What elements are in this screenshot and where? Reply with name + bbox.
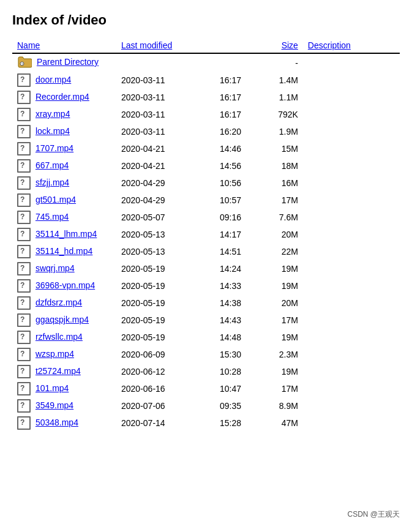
file-link[interactable]: xray.mp4 xyxy=(36,109,70,119)
file-time: 10:28 xyxy=(215,363,272,380)
table-row: ? dzfdsrz.mp4 2020-05-19 14:38 20M xyxy=(12,294,400,312)
file-desc xyxy=(303,260,400,277)
file-icon: ? xyxy=(17,73,31,87)
col-header-description[interactable]: Description xyxy=(303,38,400,53)
file-link[interactable]: lock.mp4 xyxy=(36,126,70,136)
file-date: 2020-05-19 xyxy=(116,312,215,329)
folder-icon: ? xyxy=(17,56,32,70)
file-icon: ? xyxy=(17,211,31,224)
file-name-cell[interactable]: ? 3549.mp4 xyxy=(12,397,116,414)
file-name-cell[interactable]: ? 101.mp4 xyxy=(12,380,116,397)
file-time: 10:57 xyxy=(215,192,272,209)
file-desc xyxy=(303,243,400,260)
file-name-cell[interactable]: ? 50348.mp4 xyxy=(12,414,116,432)
table-row: ? sfzjj.mp4 2020-04-29 10:56 16M xyxy=(12,174,400,192)
file-link[interactable]: gt501.mp4 xyxy=(36,195,76,204)
table-row: ? 35114_hd.mp4 2020-05-13 14:51 22M xyxy=(12,243,400,260)
file-time: 14:51 xyxy=(215,243,272,260)
file-size: 22M xyxy=(272,243,303,260)
file-link[interactable]: ggaqspjk.mp4 xyxy=(36,315,89,324)
file-link[interactable]: wzsp.mp4 xyxy=(36,349,74,359)
table-row: ? rzfwsllc.mp4 2020-05-19 14:48 19M xyxy=(12,329,400,346)
file-icon: ? xyxy=(17,399,31,413)
file-date: 2020-03-11 xyxy=(116,106,215,123)
file-name-cell[interactable]: ? 745.mp4 xyxy=(12,209,116,226)
file-date: 2020-07-06 xyxy=(116,397,215,414)
file-name-cell[interactable]: ? ggaqspjk.mp4 xyxy=(12,312,116,329)
file-link[interactable]: Recorder.mp4 xyxy=(36,92,89,102)
file-time: 14:17 xyxy=(215,226,272,243)
table-row: ? 1707.mp4 2020-04-21 14:46 15M xyxy=(12,140,400,157)
file-link[interactable]: 50348.mp4 xyxy=(36,418,78,427)
file-desc xyxy=(303,363,400,380)
file-desc xyxy=(303,294,400,312)
file-link[interactable]: 35114_hd.mp4 xyxy=(36,246,92,256)
file-link[interactable]: 101.mp4 xyxy=(36,383,69,393)
file-link[interactable]: 745.mp4 xyxy=(36,212,69,222)
parent-dir-link[interactable]: Parent Directory xyxy=(37,57,99,67)
file-name-cell[interactable]: ? dzfdsrz.mp4 xyxy=(12,294,116,312)
file-icon: ? xyxy=(17,348,31,361)
file-name-cell[interactable]: ? 667.mp4 xyxy=(12,157,116,174)
file-size: 1.4M xyxy=(272,72,303,89)
file-name-cell[interactable]: ? swqrj.mp4 xyxy=(12,260,116,277)
col-header-name[interactable]: Name xyxy=(12,38,116,53)
file-link[interactable]: 1707.mp4 xyxy=(36,143,73,153)
file-link[interactable]: sfzjj.mp4 xyxy=(36,178,69,187)
file-size: 792K xyxy=(272,106,303,123)
file-desc xyxy=(303,174,400,192)
file-link[interactable]: dzfdsrz.mp4 xyxy=(36,298,82,307)
file-icon: ? xyxy=(17,193,31,207)
file-desc xyxy=(303,123,400,140)
file-name-cell[interactable]: ? 35114_hd.mp4 xyxy=(12,243,116,260)
parent-date xyxy=(116,54,215,72)
file-link[interactable]: rzfwsllc.mp4 xyxy=(36,332,83,342)
file-time: 14:38 xyxy=(215,294,272,312)
file-link[interactable]: 3549.mp4 xyxy=(36,400,73,410)
file-name-cell[interactable]: ? xray.mp4 xyxy=(12,106,116,123)
file-name-cell[interactable]: ? wzsp.mp4 xyxy=(12,346,116,363)
file-desc xyxy=(303,226,400,243)
file-name-cell[interactable]: ? t25724.mp4 xyxy=(12,363,116,380)
file-link[interactable]: 35114_lhm.mp4 xyxy=(36,229,97,239)
file-name-cell[interactable]: ? gt501.mp4 xyxy=(12,192,116,209)
modified-sort-link[interactable]: Last modified xyxy=(121,40,172,50)
parent-dir-cell[interactable]: ? Parent Directory xyxy=(12,54,116,72)
file-name-cell[interactable]: ? Recorder.mp4 xyxy=(12,89,116,106)
file-link[interactable]: swqrj.mp4 xyxy=(36,263,75,273)
name-sort-link[interactable]: Name xyxy=(17,40,40,50)
file-size: 16M xyxy=(272,174,303,192)
file-link[interactable]: t25724.mp4 xyxy=(36,366,81,376)
file-icon: ? xyxy=(17,125,31,138)
file-name-cell[interactable]: ? 36968-vpn.mp4 xyxy=(12,277,116,294)
file-name-cell[interactable]: ? sfzjj.mp4 xyxy=(12,174,116,192)
file-date: 2020-04-29 xyxy=(116,174,215,192)
file-date: 2020-03-11 xyxy=(116,89,215,106)
file-time: 10:47 xyxy=(215,380,272,397)
col-header-modified[interactable]: Last modified xyxy=(116,38,272,53)
description-sort-link[interactable]: Description xyxy=(308,40,351,50)
file-date: 2020-05-07 xyxy=(116,209,215,226)
watermark: CSDN @王观天 xyxy=(347,509,400,520)
file-icon: ? xyxy=(17,176,31,190)
file-link[interactable]: door.mp4 xyxy=(36,75,71,84)
file-time: 15:28 xyxy=(215,414,272,432)
col-header-size[interactable]: Size xyxy=(272,38,303,53)
file-desc xyxy=(303,72,400,89)
file-name-cell[interactable]: ? 1707.mp4 xyxy=(12,140,116,157)
file-desc xyxy=(303,192,400,209)
size-sort-link[interactable]: Size xyxy=(282,40,298,50)
file-icon: ? xyxy=(17,108,31,121)
file-time: 10:56 xyxy=(215,174,272,192)
file-size: 17M xyxy=(272,380,303,397)
file-link[interactable]: 36968-vpn.mp4 xyxy=(36,280,95,290)
file-name-cell[interactable]: ? lock.mp4 xyxy=(12,123,116,140)
file-link[interactable]: 667.mp4 xyxy=(36,160,69,170)
file-name-cell[interactable]: ? rzfwsllc.mp4 xyxy=(12,329,116,346)
table-row: ? ggaqspjk.mp4 2020-05-19 14:43 17M xyxy=(12,312,400,329)
file-time: 16:17 xyxy=(215,89,272,106)
file-date: 2020-03-11 xyxy=(116,72,215,89)
file-name-cell[interactable]: ? 35114_lhm.mp4 xyxy=(12,226,116,243)
file-date: 2020-03-11 xyxy=(116,123,215,140)
file-name-cell[interactable]: ? door.mp4 xyxy=(12,72,116,89)
